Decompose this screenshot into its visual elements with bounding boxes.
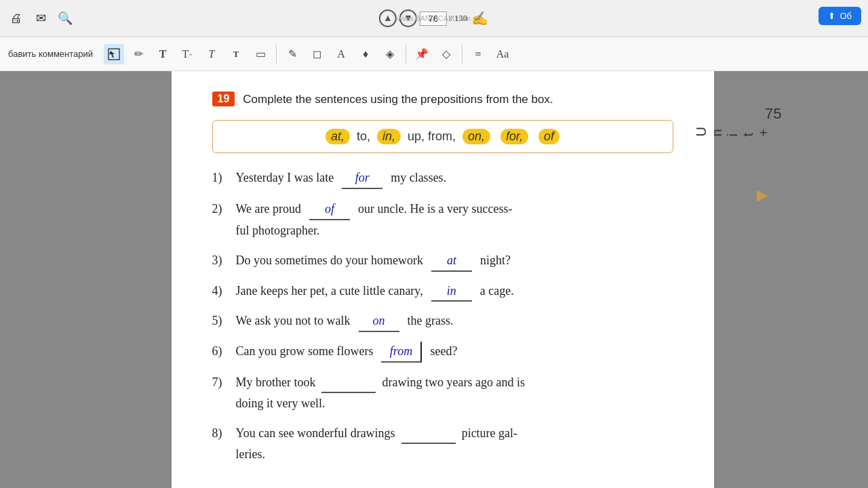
share-button[interactable]: ⬆ Об [818,7,861,25]
share-icon: ⬆ [828,11,835,21]
toolbar-separator3 [462,45,462,64]
text-style2-icon[interactable]: T [226,44,246,64]
unit-label: Unit+ [694,125,772,136]
text-superscript-icon[interactable]: T+ [177,44,197,64]
text-style1-icon[interactable]: T [201,44,222,64]
select-tool-icon[interactable] [104,44,124,64]
sentence-2-continuation: ful photographer. [212,220,673,241]
blank-8 [401,430,456,444]
sentence-7-row1: 7) My brother took drawing two years ago… [212,372,673,393]
sentence-2-row1: 2) We are proud of our uncle. He is a ve… [212,199,673,221]
sentence-5: 5) We ask you not to walk on the grass. [212,311,673,332]
arrow-right-icon: ▶ [757,186,768,204]
exercise-title: Complete the sentences using the preposi… [243,92,553,108]
sentence-3: 3) Do you sometimes do your homework at … [212,251,673,272]
sentence-7-num: 7) [212,372,236,393]
prep-for: for, [500,129,528,144]
prep-of: of [538,129,559,144]
share-label: Об [840,11,852,21]
sentence-7: 7) My brother took drawing two years ago… [212,372,673,413]
sentence-2-num: 2) [212,199,236,220]
sentence-6: 6) Can you grow some flowers from seed? [212,342,673,363]
exercise-number: 19 [212,92,235,106]
pencil-icon[interactable]: ✏ [128,44,149,64]
list-icon[interactable]: ≡ [468,44,488,64]
sentence-8-num: 8) [212,423,236,444]
pin-icon[interactable]: 📌 [412,44,432,64]
sentence-3-text: Do you sometimes do your homework at nig… [236,251,673,272]
page-container: 19 Complete the sentences using the prep… [105,71,780,488]
prep-on: on, [462,129,490,144]
blank-1: for [342,168,382,189]
sentence-1-text: Yesterday I was late for my classes. [236,168,673,189]
blank-4: in [431,281,472,302]
search-icon[interactable]: 🔍 [56,9,75,28]
sentence-5-text: We ask you not to walk on the grass. [236,311,673,332]
blank-6: from [381,342,422,363]
toolbar-separator2 [406,45,406,64]
page-navigation: www.BANDICAM.com ▲ ▼ / 130 ✍ [379,9,489,28]
page: 19 Complete the sentences using the prep… [172,71,714,488]
right-margin [780,71,868,488]
prepositions-box: at, to, in, up, from, on, for, of [212,120,673,153]
draw-icon[interactable]: ✎ [282,44,302,64]
sentence-7-continuation: doing it very well. [212,393,673,414]
sentence-3-num: 3) [212,251,236,270]
sentence-8-text: You can see wonderful drawings picture g… [236,423,518,444]
blank-2: of [309,199,350,221]
toolbar-label: бавить комментарий [8,49,93,59]
text-tool-icon[interactable]: T [153,44,173,64]
sentence-5-num: 5) [212,311,236,331]
sentence-2-text: We are proud of our uncle. He is a very … [236,199,513,221]
page-up-btn[interactable]: ▲ [379,9,397,27]
sentences-list: 1) Yesterday I was late for my classes. … [212,168,673,465]
sentence-6-text: Can you grow some flowers from seed? [236,342,673,363]
watermark: www.BANDICAM.com [397,14,471,22]
sentence-4: 4) Jane keeps her pet, a cute little can… [212,281,673,302]
highlight-icon[interactable]: A [331,44,351,64]
sentence-7-text: My brother took drawing two years ago an… [236,372,525,393]
toolbar-separator [276,45,277,64]
sentence-1: 1) Yesterday I was late for my classes. [212,168,673,189]
sentence-8: 8) You can see wonderful drawings pictur… [212,423,673,464]
annotate-icon[interactable]: ✍ [470,9,489,28]
email-icon[interactable]: ✉ [31,9,50,28]
blank-5: on [359,311,399,332]
left-margin [0,71,105,488]
sentence-4-text: Jane keeps her pet, a cute little canary… [236,281,673,302]
content-area: 19 Complete the sentences using the prep… [0,71,868,488]
color-icon[interactable]: ♦ [355,44,376,64]
exercise-header: 19 Complete the sentences using the prep… [212,92,673,108]
blank-7 [321,380,376,393]
prep-in: in, [377,129,401,144]
eraser-icon[interactable]: ◻ [307,44,327,64]
page-number-right: 75 [765,105,781,123]
sentence-2: 2) We are proud of our uncle. He is a ve… [212,199,673,241]
sentence-8-row1: 8) You can see wonderful drawings pictur… [212,423,673,444]
sentence-4-num: 4) [212,281,236,301]
sentence-6-num: 6) [212,342,236,361]
stamp-icon[interactable]: ◇ [436,44,456,64]
print-icon[interactable]: 🖨 [7,9,26,28]
sentence-1-num: 1) [212,168,236,188]
prep-at: at, [326,129,350,144]
top-bar: 🖨 ✉ 🔍 www.BANDICAM.com ▲ ▼ / 130 ✍ ⬆ Об [0,0,868,37]
blank-3: at [431,251,472,272]
fill-icon[interactable]: ◈ [380,44,400,64]
toolbar: бавить комментарий ✏ T T+ T T ▭ ✎ ◻ A ♦ … [0,37,868,71]
crop-icon[interactable]: ▭ [250,44,271,64]
font-icon[interactable]: Aa [492,44,513,64]
sentence-8-continuation: leries. [212,444,673,465]
